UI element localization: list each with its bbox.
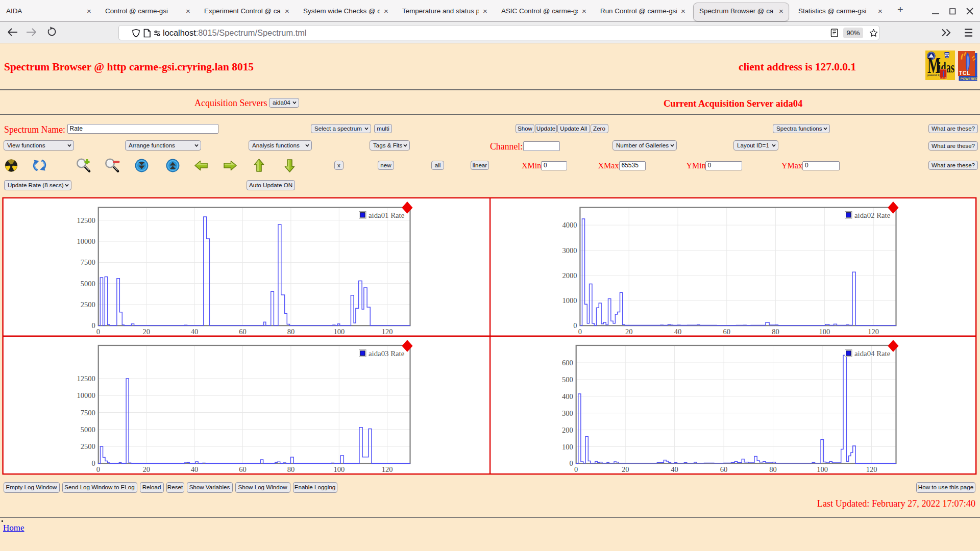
svg-text:0: 0 [91,321,95,330]
svg-text:0: 0 [574,465,578,473]
svg-text:40: 40 [671,465,678,473]
svg-text:0: 0 [96,328,100,336]
svg-text:7500: 7500 [81,258,95,266]
svg-text:500: 500 [562,375,573,384]
svg-text:20: 20 [142,328,150,336]
svg-text:80: 80 [287,328,295,336]
svg-text:200: 200 [562,426,573,434]
svg-text:400: 400 [562,392,573,400]
svg-text:7500: 7500 [81,409,95,417]
svg-text:0: 0 [96,465,100,473]
svg-text:80: 80 [769,465,777,473]
svg-text:10000: 10000 [77,237,95,245]
svg-text:120: 120 [868,328,879,336]
svg-text:60: 60 [723,328,731,336]
svg-text:60: 60 [720,465,728,473]
svg-text:aida03 Rate: aida03 Rate [369,349,405,358]
svg-text:aida02 Rate: aida02 Rate [854,211,891,219]
svg-text:20: 20 [625,328,633,336]
svg-text:80: 80 [287,465,295,473]
svg-text:120: 120 [866,465,877,473]
svg-text:40: 40 [674,328,682,336]
svg-text:0: 0 [573,321,577,330]
svg-text:2000: 2000 [562,271,577,280]
svg-text:100: 100 [819,328,830,336]
svg-text:12500: 12500 [77,374,95,383]
svg-text:aida01 Rate: aida01 Rate [369,211,405,219]
svg-text:40: 40 [191,328,199,336]
svg-text:20: 20 [142,465,150,473]
svg-text:12500: 12500 [77,216,95,224]
svg-text:10000: 10000 [77,391,95,399]
svg-text:100: 100 [333,465,345,473]
svg-text:5000: 5000 [81,280,95,288]
svg-text:aida04 Rate: aida04 Rate [854,349,891,358]
svg-text:100: 100 [562,443,573,451]
svg-text:120: 120 [382,465,393,473]
svg-text:3000: 3000 [562,246,577,255]
svg-text:4000: 4000 [562,221,577,229]
svg-text:60: 60 [239,465,247,473]
svg-text:120: 120 [382,328,393,336]
svg-text:300: 300 [562,409,573,417]
svg-text:2500: 2500 [81,442,95,450]
svg-text:100: 100 [817,465,828,473]
svg-text:0: 0 [578,328,582,336]
svg-text:40: 40 [191,465,199,473]
svg-text:2500: 2500 [81,300,95,309]
svg-text:100: 100 [333,328,345,336]
svg-text:0: 0 [91,459,95,467]
svg-text:1000: 1000 [562,296,577,305]
svg-text:5000: 5000 [81,425,95,434]
svg-text:60: 60 [239,328,247,336]
svg-text:20: 20 [622,465,629,473]
svg-text:600: 600 [562,359,573,367]
svg-text:80: 80 [772,328,779,336]
svg-text:0: 0 [569,459,573,467]
